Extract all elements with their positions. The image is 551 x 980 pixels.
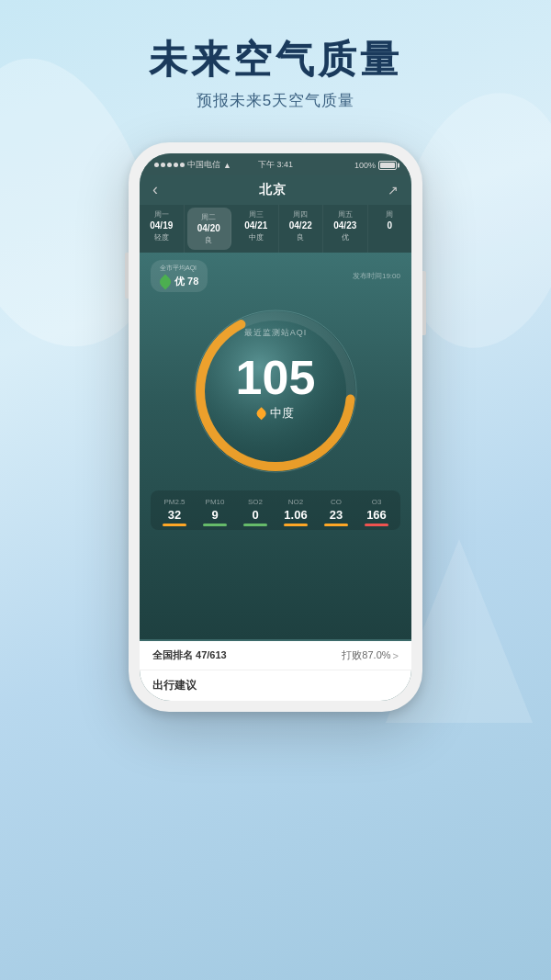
- phone-outer: 中国电信 ▲ 下午 3:41 100% ‹ 北京 ↗: [129, 142, 422, 712]
- day-quality-4: 优: [327, 232, 364, 242]
- day-selector: 周一 04/19 轻度 周二 04/20 良 周三 04/21 中度: [140, 205, 411, 253]
- day-week-4: 周五: [327, 209, 364, 220]
- pollutant-bar-4: [324, 524, 348, 526]
- city-avg-number: 优 78: [174, 275, 198, 288]
- signal-dots: [154, 163, 185, 167]
- pollutant-pm25: PM2.5 32: [154, 498, 195, 526]
- aqi-section: 全市平均AQI 优 78 发布时间19:00: [140, 253, 411, 639]
- nav-title: 北京: [259, 182, 287, 198]
- day-quality-0: 轻度: [143, 232, 180, 242]
- publish-time: 发布时间19:00: [353, 271, 400, 281]
- day-item-thu[interactable]: 周四 04/22 良: [279, 205, 324, 253]
- day-item-fri[interactable]: 周五 04/23 优: [323, 205, 368, 253]
- ranking-right: 打败87.0% >: [342, 648, 399, 662]
- nav-bar: ‹ 北京 ↗: [140, 175, 411, 205]
- leaf-icon-orange: [255, 407, 268, 420]
- pollutant-value-1: 9: [195, 508, 235, 522]
- city-avg-value: 优 78: [160, 275, 198, 288]
- day-quality-3: 良: [283, 232, 320, 242]
- pollutant-value-3: 1.06: [276, 508, 316, 522]
- ranking-arrow: >: [393, 650, 399, 661]
- battery-percent: 100%: [354, 161, 376, 170]
- day-item-tue[interactable]: 周二 04/20 良: [187, 208, 232, 250]
- battery-fill: [380, 163, 395, 168]
- leaf-icon-green: [158, 274, 174, 289]
- gauge-quality-text: 中度: [270, 405, 294, 422]
- pollutant-name-1: PM10: [195, 498, 235, 506]
- carrier-name: 中国电信: [187, 159, 220, 171]
- pollutant-so2: SO2 0: [235, 498, 276, 526]
- day-week-5: 周: [372, 209, 409, 220]
- pollutant-name-3: NO2: [276, 498, 316, 506]
- travel-title: 出行建议: [152, 678, 399, 693]
- aqi-gauge: 最近监测站AQI 105 中度: [184, 299, 367, 483]
- pollutant-name-2: SO2: [235, 498, 276, 506]
- pollutant-value-4: 23: [316, 508, 356, 522]
- status-time: 下午 3:41: [258, 159, 293, 171]
- pollutant-pm10: PM10 9: [195, 498, 235, 526]
- travel-section: 出行建议: [140, 670, 411, 701]
- day-week-2: 周三: [238, 209, 275, 220]
- day-date-5: 0: [372, 220, 409, 231]
- day-week-0: 周一: [143, 209, 180, 220]
- ranking-bar[interactable]: 全国排名 47/613 打败87.0% >: [140, 641, 411, 670]
- ranking-value: 47/613: [196, 649, 227, 660]
- day-date-3: 04/22: [283, 220, 320, 231]
- day-item-mon[interactable]: 周一 04/19 轻度: [140, 205, 185, 253]
- pollutant-name-0: PM2.5: [154, 498, 195, 506]
- phone-mockup: 中国电信 ▲ 下午 3:41 100% ‹ 北京 ↗: [129, 142, 422, 712]
- day-week-1: 周二: [191, 212, 228, 222]
- day-date-2: 04/21: [238, 220, 275, 231]
- status-right: 100%: [354, 161, 397, 170]
- pollutant-no2: NO2 1.06: [276, 498, 316, 526]
- pollutant-bar-2: [243, 524, 267, 526]
- pollutant-o3: O3 166: [356, 498, 397, 526]
- page-subtitle: 预报未来5天空气质量: [0, 90, 551, 111]
- pollutant-bar-0: [163, 524, 186, 526]
- ranking-left: 全国排名 47/613: [152, 648, 227, 662]
- wifi-icon: ▲: [223, 161, 231, 170]
- share-button[interactable]: ↗: [388, 183, 399, 197]
- day-quality-1: 良: [191, 235, 228, 245]
- battery-icon: [378, 161, 397, 170]
- pollutant-value-2: 0: [235, 508, 276, 522]
- aqi-header: 全市平均AQI 优 78 发布时间19:00: [151, 260, 400, 292]
- day-item-sat[interactable]: 周 0: [368, 205, 412, 253]
- pollutants-row: PM2.5 32 PM10 9 SO2 0: [151, 490, 400, 530]
- day-date-1: 04/20: [191, 223, 228, 233]
- day-week-3: 周四: [283, 209, 320, 220]
- pollutant-bar-5: [365, 524, 388, 526]
- pollutant-name-5: O3: [356, 498, 397, 506]
- pollutant-value-5: 166: [356, 508, 397, 522]
- gauge-quality: 中度: [236, 405, 316, 422]
- gauge-value-box: 105 中度: [236, 354, 316, 422]
- status-left: 中国电信 ▲: [154, 159, 231, 171]
- gauge-label: 最近监测站AQI: [184, 327, 367, 339]
- phone-screen: 中国电信 ▲ 下午 3:41 100% ‹ 北京 ↗: [140, 153, 411, 701]
- day-date-4: 04/23: [327, 220, 364, 231]
- pollutant-bar-3: [284, 524, 308, 526]
- pollutant-bar-1: [203, 524, 227, 526]
- page-title: 未来空气质量: [0, 37, 551, 83]
- pollutant-value-0: 32: [154, 508, 195, 522]
- defeat-label: 打败87.0%: [342, 648, 390, 662]
- signal-dot-3: [167, 163, 172, 167]
- gauge-number: 105: [236, 354, 316, 401]
- signal-dot-1: [154, 163, 159, 167]
- city-avg-label: 全市平均AQI: [160, 264, 198, 273]
- signal-dot-2: [161, 163, 165, 167]
- back-button[interactable]: ‹: [152, 180, 158, 199]
- day-quality-2: 中度: [238, 232, 275, 242]
- day-item-wed[interactable]: 周三 04/21 中度: [234, 205, 279, 253]
- signal-dot-5: [180, 163, 185, 167]
- city-avg-box: 全市平均AQI 优 78: [151, 260, 208, 292]
- status-bar: 中国电信 ▲ 下午 3:41 100%: [140, 153, 411, 175]
- signal-dot-4: [174, 163, 178, 167]
- header-section: 未来空气质量 预报未来5天空气质量: [0, 37, 551, 111]
- pollutant-co: CO 23: [316, 498, 356, 526]
- ranking-label: 全国排名: [152, 649, 196, 660]
- day-date-0: 04/19: [143, 220, 180, 231]
- pollutant-name-4: CO: [316, 498, 356, 506]
